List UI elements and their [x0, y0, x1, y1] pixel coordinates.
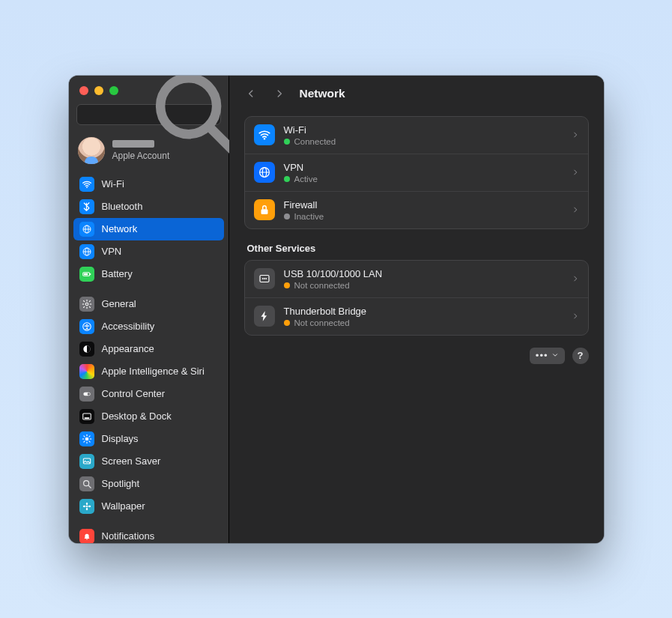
nav-forward-button[interactable] [271, 85, 288, 102]
ethernet-icon [254, 268, 275, 289]
service-name: Thunderbolt Bridge [284, 306, 367, 317]
sidebar-item-label: Accessibility [102, 321, 155, 332]
sidebar-item-label: Desktop & Dock [102, 411, 172, 422]
page-title: Network [300, 87, 345, 100]
sidebar-item-desktop-dock[interactable]: Desktop & Dock [73, 405, 224, 428]
sidebar-item-label: Spotlight [102, 478, 140, 489]
content-pane: Network Wi-Fi Connected VPN Active [229, 76, 604, 543]
siri-icon [79, 364, 94, 379]
service-name: USB 10/100/1000 LAN [284, 268, 383, 279]
service-status: Not connected [294, 281, 350, 290]
sidebar-item-general[interactable]: General [73, 293, 224, 315]
sidebar-item-wallpaper[interactable]: Wallpaper [73, 495, 224, 518]
sidebar-item-label: VPN [102, 246, 122, 257]
spotlight-icon [79, 476, 94, 491]
sidebar-item-bluetooth[interactable]: Bluetooth [73, 196, 224, 218]
sidebar-item-label: Screen Saver [102, 455, 161, 467]
chevron-right-icon [572, 167, 579, 178]
service-status: Active [294, 175, 318, 184]
vpn-icon [79, 244, 94, 259]
bluetooth-icon [79, 199, 94, 214]
account-subtitle: Apple Account [112, 151, 170, 161]
ellipsis-icon: ••• [536, 350, 548, 361]
service-row-usb-lan[interactable]: USB 10/100/1000 LAN Not connected [245, 261, 588, 297]
sidebar-item-accessibility[interactable]: Accessibility [73, 315, 224, 338]
gear-icon [79, 297, 94, 312]
sidebar-item-screen-saver[interactable]: Screen Saver [73, 450, 224, 473]
desktop-dock-icon [79, 409, 94, 424]
notifications-icon [79, 529, 94, 543]
service-status: Connected [294, 137, 336, 146]
service-name: VPN [284, 162, 318, 173]
thunderbolt-icon [254, 306, 275, 327]
displays-icon [79, 431, 94, 446]
service-name: Firewall [284, 199, 324, 210]
other-services-card: USB 10/100/1000 LAN Not connected Thunde… [244, 260, 589, 336]
chevron-right-icon [572, 273, 579, 285]
wallpaper-icon [79, 499, 94, 514]
status-dot [284, 176, 290, 182]
chevron-down-icon [551, 350, 559, 361]
status-dot [284, 213, 290, 219]
appearance-icon [79, 342, 94, 357]
wifi-icon [79, 177, 94, 192]
sidebar-item-label: Network [102, 223, 138, 234]
more-actions-button[interactable]: ••• [530, 348, 565, 364]
sidebar-item-control-center[interactable]: Control Center [73, 383, 224, 405]
accessibility-icon [79, 319, 94, 334]
sidebar-item-label: Control Center [102, 388, 166, 399]
service-row-vpn[interactable]: VPN Active [245, 154, 588, 191]
sidebar-item-label: Notifications [102, 530, 155, 542]
sidebar-item-network[interactable]: Network [73, 218, 224, 240]
sidebar-item-appearance[interactable]: Appearance [73, 338, 224, 360]
sidebar: Apple Account Wi-Fi Bluetooth Network VP… [69, 76, 229, 543]
status-dot [284, 282, 290, 288]
system-settings-window: Apple Account Wi-Fi Bluetooth Network VP… [69, 76, 604, 543]
chevron-right-icon [572, 130, 579, 141]
screen-saver-icon [79, 454, 94, 469]
control-center-icon [79, 387, 94, 402]
avatar [78, 137, 105, 164]
sidebar-item-label: Bluetooth [102, 201, 143, 212]
primary-services-card: Wi-Fi Connected VPN Active F [244, 116, 589, 229]
sidebar-item-label: Wallpaper [102, 500, 145, 512]
apple-account-row[interactable]: Apple Account [69, 133, 228, 173]
sidebar-item-label: Appearance [102, 343, 154, 354]
battery-icon [79, 267, 94, 282]
status-dot [284, 139, 290, 145]
service-row-wifi[interactable]: Wi-Fi Connected [245, 117, 588, 154]
search-field[interactable] [76, 104, 221, 125]
sidebar-list: Wi-Fi Bluetooth Network VPN Battery [69, 173, 228, 543]
footer-controls: ••• ? [244, 348, 589, 364]
service-row-thunderbolt-bridge[interactable]: Thunderbolt Bridge Not connected [245, 297, 588, 335]
sidebar-item-label: Battery [102, 268, 133, 279]
titlebar: Network [229, 76, 604, 112]
chevron-right-icon [572, 205, 579, 216]
sidebar-item-battery[interactable]: Battery [73, 263, 224, 285]
wifi-icon [254, 124, 275, 145]
sidebar-item-wifi[interactable]: Wi-Fi [73, 173, 224, 196]
account-name-redacted [112, 140, 154, 148]
sidebar-item-label: Displays [102, 433, 139, 444]
network-icon [79, 222, 94, 237]
service-name: Wi-Fi [284, 124, 336, 136]
sidebar-item-spotlight[interactable]: Spotlight [73, 473, 224, 495]
service-row-firewall[interactable]: Firewall Inactive [245, 191, 588, 228]
service-status: Not connected [294, 318, 350, 327]
chevron-right-icon [572, 311, 579, 322]
nav-back-button[interactable] [243, 85, 259, 102]
firewall-icon [254, 199, 275, 220]
sidebar-item-notifications[interactable]: Notifications [73, 525, 224, 543]
service-status: Inactive [294, 212, 324, 221]
sidebar-item-label: General [102, 298, 136, 309]
sidebar-item-displays[interactable]: Displays [73, 428, 224, 450]
help-button[interactable]: ? [572, 348, 589, 364]
sidebar-item-label: Wi-Fi [102, 178, 124, 190]
status-dot [284, 320, 290, 326]
sidebar-item-label: Apple Intelligence & Siri [102, 366, 205, 377]
sidebar-item-vpn[interactable]: VPN [73, 240, 224, 263]
other-services-title: Other Services [247, 243, 586, 254]
vpn-icon [254, 162, 275, 183]
sidebar-item-siri[interactable]: Apple Intelligence & Siri [73, 360, 224, 383]
